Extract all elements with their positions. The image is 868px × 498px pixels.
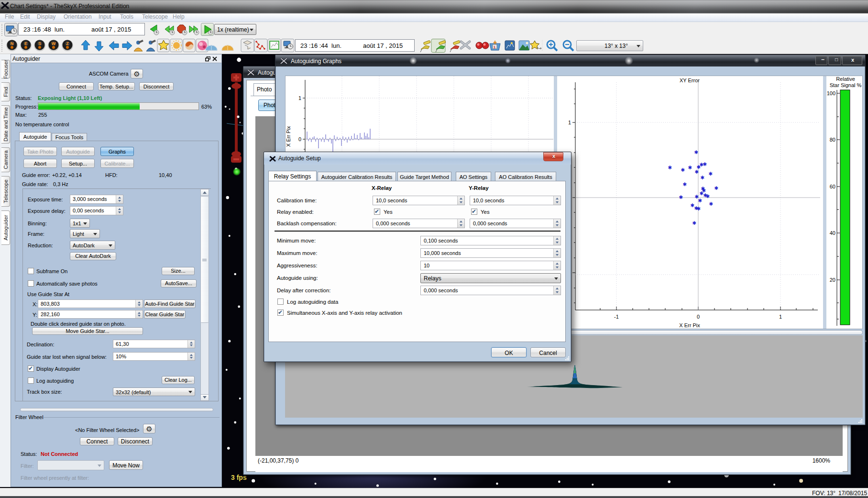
svg-text:1: 1 [568, 120, 571, 125]
svg-text:W: W [52, 41, 56, 46]
svg-text:✱: ✱ [692, 220, 697, 226]
svg-text:20: 20 [830, 277, 835, 283]
svg-text:✱: ✱ [709, 171, 713, 177]
svg-text:1: 1 [779, 314, 782, 320]
svg-text:Star Signal %: Star Signal % [830, 82, 862, 88]
svg-text:80: 80 [830, 137, 835, 143]
svg-text:✱: ✱ [714, 185, 719, 191]
svg-text:X Err Pix: X Err Pix [286, 126, 291, 147]
svg-text:✱: ✱ [709, 201, 714, 207]
svg-text:✱: ✱ [668, 165, 672, 170]
svg-text:XY Error: XY Error [680, 77, 700, 83]
svg-text:✱: ✱ [706, 193, 710, 199]
svg-text:E: E [24, 41, 27, 46]
svg-text:1: 1 [494, 45, 496, 49]
svg-text:✱: ✱ [681, 167, 685, 173]
svg-text:0: 0 [697, 314, 700, 320]
svg-text:100: 100 [827, 90, 835, 96]
svg-text:60: 60 [830, 184, 835, 189]
svg-text:✱: ✱ [701, 175, 705, 180]
svg-text:0: 0 [298, 136, 301, 142]
svg-text:✱: ✱ [683, 181, 687, 187]
svg-text:✱: ✱ [697, 206, 701, 211]
svg-text:1: 1 [298, 95, 301, 101]
svg-text:40: 40 [830, 230, 835, 236]
svg-text:✱: ✱ [688, 165, 692, 170]
svg-text:✱: ✱ [703, 161, 707, 167]
svg-text:Z: Z [66, 41, 69, 46]
svg-text:N: N [11, 41, 14, 46]
svg-text:-1: -1 [614, 314, 619, 320]
svg-text:✱: ✱ [698, 198, 703, 203]
svg-text:✱: ✱ [679, 194, 683, 200]
svg-text:S: S [38, 41, 41, 46]
svg-text:✱: ✱ [694, 149, 699, 155]
svg-text:X Err Pix: X Err Pix [679, 322, 700, 328]
svg-text:Relative: Relative [836, 76, 855, 82]
